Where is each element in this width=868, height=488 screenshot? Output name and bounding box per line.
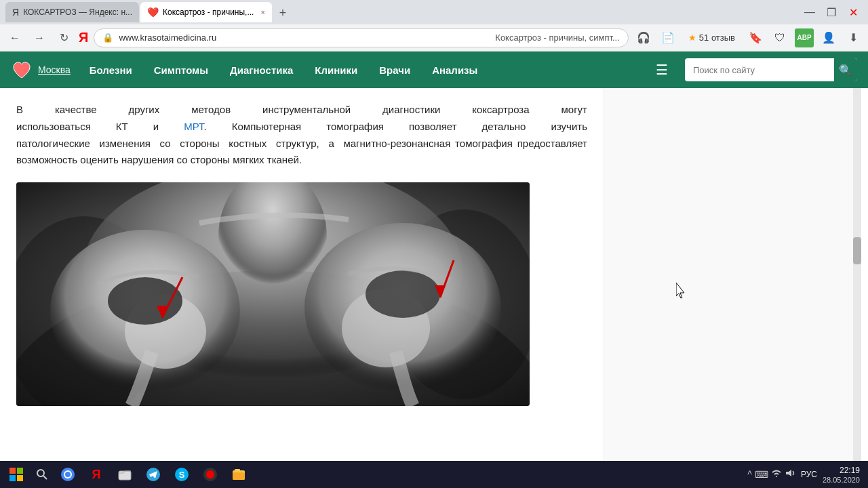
- tab2-title: Коксартроз - причины,...: [163, 7, 254, 17]
- search-button[interactable]: 🔍: [834, 58, 857, 81]
- svg-point-24: [65, 472, 71, 477]
- new-tab-button[interactable]: +: [273, 3, 292, 22]
- site-header: Москва Болезни Симптомы Диагностика Клин…: [0, 52, 868, 88]
- svg-point-20: [37, 470, 44, 476]
- tab2-close-button[interactable]: ×: [260, 8, 264, 16]
- tray-time: 22:19: [840, 465, 860, 476]
- svg-rect-17: [17, 468, 23, 474]
- tab-2[interactable]: ❤️ Коксартроз - причины,... ×: [140, 2, 272, 22]
- audio-icon[interactable]: 🎧: [634, 28, 653, 47]
- maximize-button[interactable]: ❐: [822, 3, 841, 22]
- svg-point-30: [206, 470, 214, 479]
- nav-item-diagnostika[interactable]: Диагностика: [222, 52, 301, 88]
- shield-icon[interactable]: 🛡: [770, 28, 789, 47]
- nav-item-vrachi[interactable]: Врачи: [371, 52, 418, 88]
- sidebar-right: [604, 88, 861, 488]
- scrollbar-track[interactable]: [853, 88, 861, 488]
- start-button[interactable]: [3, 462, 30, 487]
- star-icon: ★: [688, 33, 696, 43]
- svg-rect-19: [17, 475, 23, 481]
- svg-rect-18: [9, 475, 16, 481]
- system-tray: ^ ⌨ РУС 22:19 28.05.2020: [742, 465, 865, 485]
- tray-volume-icon[interactable]: [785, 468, 795, 481]
- review-button[interactable]: ★ 51 отзыв: [683, 30, 741, 45]
- logo-heart-icon: [11, 59, 33, 81]
- reader-icon[interactable]: 📄: [658, 28, 677, 47]
- svg-line-21: [43, 476, 47, 479]
- taskbar-record-button[interactable]: [197, 462, 224, 487]
- svg-rect-16: [9, 468, 16, 474]
- svg-rect-32: [233, 472, 245, 480]
- close-button[interactable]: ✕: [844, 3, 863, 22]
- taskbar-filemanager-button[interactable]: [225, 462, 252, 487]
- taskbar-search-button[interactable]: [31, 462, 53, 487]
- address-bar: ← → ↻ Я 🔒 www.krasotaimedicina.ru Коксар…: [0, 24, 868, 52]
- tabs-bar: Я КОКСАРТРОЗ — Яндекс: н... ❤️ Коксартро…: [5, 2, 797, 22]
- profile-icon[interactable]: 👤: [819, 28, 838, 47]
- title-bar: Я КОКСАРТРОЗ — Яндекс: н... ❤️ Коксартро…: [0, 0, 868, 24]
- url-bar[interactable]: 🔒 www.krasotaimedicina.ru Коксартроз - п…: [94, 28, 628, 47]
- taskbar-skype-button[interactable]: S: [168, 462, 195, 487]
- search-input[interactable]: [685, 65, 834, 75]
- nav-item-bolezni[interactable]: Болезни: [81, 52, 140, 88]
- adblock-icon[interactable]: ABP: [795, 28, 814, 47]
- tab-1[interactable]: Я КОКСАРТРОЗ — Яндекс: н...: [5, 2, 139, 22]
- taskbar-telegram-button[interactable]: [140, 462, 167, 487]
- svg-rect-25: [119, 471, 131, 480]
- article-paragraph: В качестве других методов инструментальн…: [16, 102, 587, 169]
- svg-rect-33: [235, 469, 240, 472]
- tab2-favicon: ❤️: [147, 7, 159, 18]
- back-button[interactable]: ←: [5, 28, 24, 47]
- minimize-button[interactable]: —: [800, 3, 819, 22]
- tray-date: 28.05.2020: [823, 476, 860, 484]
- page-title-url: Коксартроз - причины, симпт...: [495, 33, 620, 43]
- main-content: В качестве других методов инструментальн…: [0, 88, 868, 488]
- taskbar-chrome-button[interactable]: [54, 462, 81, 487]
- tab1-favicon: Я: [12, 7, 19, 18]
- nav-item-analizy[interactable]: Анализы: [424, 52, 486, 88]
- tray-datetime[interactable]: 22:19 28.05.2020: [823, 465, 860, 485]
- taskbar-files-button[interactable]: [111, 462, 138, 487]
- mrt-link[interactable]: МРТ: [184, 121, 203, 132]
- tray-language[interactable]: РУС: [801, 470, 817, 479]
- svg-text:S: S: [179, 470, 185, 480]
- scrollbar-thumb[interactable]: [853, 237, 861, 264]
- svg-point-11: [366, 270, 440, 318]
- nav-item-simptomy[interactable]: Симптомы: [146, 52, 216, 88]
- taskbar-yandex-button[interactable]: Я: [83, 462, 110, 487]
- xray-image: [16, 182, 530, 406]
- article-area: В качестве других методов инструментальн…: [0, 88, 604, 488]
- bookmark-icon[interactable]: 🔖: [746, 28, 765, 47]
- tray-keyboard-icon[interactable]: ⌨: [755, 469, 768, 480]
- forward-button[interactable]: →: [30, 28, 49, 47]
- url-text: www.krasotaimedicina.ru: [119, 33, 490, 43]
- yandex-logo: Я: [79, 30, 88, 45]
- refresh-button[interactable]: ↻: [54, 28, 73, 47]
- site-nav: Болезни Симптомы Диагностика Клиники Вра…: [81, 52, 639, 88]
- download-icon[interactable]: ⬇: [844, 28, 863, 47]
- city-label[interactable]: Москва: [38, 64, 71, 75]
- hamburger-button[interactable]: ☰: [650, 58, 674, 82]
- tray-chevron-icon[interactable]: ^: [747, 469, 752, 480]
- site-logo[interactable]: Москва: [11, 59, 71, 81]
- review-count: 51 отзыв: [699, 33, 735, 43]
- taskbar: Я S ^ ⌨: [0, 461, 868, 488]
- tab1-title: КОКСАРТРОЗ — Яндекс: н...: [23, 7, 132, 17]
- window-controls: — ❐ ✕: [800, 3, 863, 22]
- search-box: 🔍: [685, 58, 857, 81]
- nav-item-kliniki[interactable]: Клиники: [307, 52, 366, 88]
- tray-network-icon[interactable]: [771, 468, 782, 480]
- lock-icon: 🔒: [102, 33, 113, 43]
